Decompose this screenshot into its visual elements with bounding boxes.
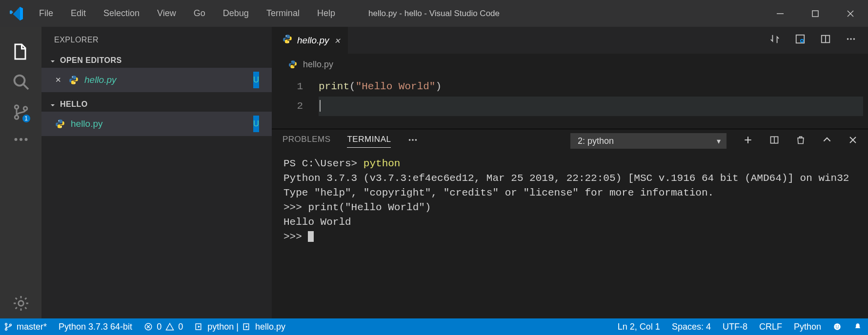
file-name: hello.py bbox=[71, 118, 253, 129]
svg-point-25 bbox=[853, 38, 855, 40]
terminal-prompt: PS C:\Users> bbox=[283, 158, 363, 169]
python-file-icon bbox=[288, 60, 298, 69]
terminal-selector[interactable]: 2: python bbox=[570, 133, 727, 149]
activity-explorer[interactable] bbox=[6, 37, 36, 67]
status-cursor-position[interactable]: Ln 2, Col 1 bbox=[612, 322, 666, 332]
maximize-panel-button[interactable] bbox=[822, 135, 832, 147]
svg-point-32 bbox=[5, 328, 7, 330]
menu-help[interactable]: Help bbox=[308, 6, 344, 20]
line-number: 2 bbox=[272, 97, 319, 116]
code-editor[interactable]: 1 print("Hello World") 2 bbox=[272, 75, 868, 129]
status-eol[interactable]: CRLF bbox=[753, 322, 788, 332]
open-editor-name: hello.py bbox=[84, 75, 253, 85]
terminal-line: Type "help", "copyright", "credits" or "… bbox=[283, 187, 714, 198]
open-preview-icon[interactable] bbox=[795, 34, 806, 47]
open-editor-item[interactable]: hello.py U bbox=[41, 68, 272, 92]
ellipsis-icon bbox=[12, 131, 30, 148]
status-notifications[interactable] bbox=[848, 322, 868, 331]
svg-point-10 bbox=[20, 138, 22, 141]
svg-point-14 bbox=[75, 82, 76, 83]
code-line: 1 print("Hello World") bbox=[272, 77, 868, 97]
close-panel-button[interactable] bbox=[848, 136, 857, 147]
terminal-line: >>> print("Hello World") bbox=[283, 202, 431, 213]
activity-search[interactable] bbox=[6, 67, 36, 97]
token-paren: ) bbox=[435, 81, 442, 92]
svg-point-37 bbox=[834, 323, 841, 330]
more-actions-icon[interactable] bbox=[846, 34, 856, 47]
python-file-icon bbox=[69, 75, 80, 85]
status-branch-label: master* bbox=[17, 322, 47, 332]
panel-more-icon[interactable] bbox=[407, 135, 418, 148]
svg-point-11 bbox=[24, 138, 27, 141]
code-line: 2 bbox=[272, 97, 868, 116]
menubar: File Edit Selection View Go Debug Termin… bbox=[30, 6, 344, 20]
python-file-icon bbox=[55, 119, 66, 129]
line-number: 1 bbox=[272, 77, 319, 97]
file-tree-item[interactable]: hello.py U bbox=[41, 112, 272, 136]
editor-actions bbox=[769, 27, 868, 54]
panel-tab-terminal[interactable]: TERMINAL bbox=[347, 135, 391, 148]
status-problems[interactable]: 0 0 bbox=[138, 322, 189, 332]
menu-view[interactable]: View bbox=[148, 6, 185, 20]
status-feedback[interactable] bbox=[827, 322, 848, 331]
status-encoding[interactable]: UTF-8 bbox=[717, 322, 753, 332]
titlebar: File Edit Selection View Go Debug Termin… bbox=[0, 0, 868, 27]
compare-changes-icon[interactable] bbox=[769, 34, 780, 47]
editor-tab[interactable]: hello.py bbox=[272, 27, 348, 54]
new-terminal-button[interactable] bbox=[743, 135, 753, 147]
python-file-icon bbox=[283, 34, 292, 46]
window-close-button[interactable] bbox=[833, 0, 868, 27]
status-git-branch[interactable]: master* bbox=[0, 322, 53, 332]
folder-label: HELLO bbox=[60, 100, 88, 109]
tab-close-button[interactable] bbox=[334, 35, 341, 46]
open-editors-header[interactable]: OPEN EDITORS bbox=[41, 53, 272, 68]
window-maximize-button[interactable] bbox=[798, 0, 833, 27]
svg-point-9 bbox=[14, 138, 17, 141]
menu-go[interactable]: Go bbox=[185, 6, 214, 20]
menu-edit[interactable]: Edit bbox=[62, 6, 95, 20]
status-language[interactable]: Python bbox=[788, 322, 827, 332]
close-icon[interactable] bbox=[55, 75, 64, 85]
split-editor-icon[interactable] bbox=[820, 34, 831, 47]
svg-point-13 bbox=[72, 77, 73, 78]
terminal-output[interactable]: PS C:\Users> python Python 3.7.3 (v3.7.3… bbox=[272, 153, 868, 318]
split-terminal-button[interactable] bbox=[769, 135, 779, 147]
token-function: print bbox=[319, 81, 349, 92]
status-run[interactable]: python | hello.py bbox=[189, 322, 291, 332]
kill-terminal-button[interactable] bbox=[796, 135, 806, 147]
terminal-selector-wrap: 2: python bbox=[570, 133, 727, 149]
svg-point-24 bbox=[850, 38, 852, 40]
status-warnings-count: 0 bbox=[178, 322, 183, 332]
activity-more[interactable] bbox=[6, 127, 36, 152]
menu-terminal[interactable]: Terminal bbox=[258, 6, 308, 20]
svg-point-38 bbox=[836, 326, 837, 327]
explorer-sidebar: EXPLORER OPEN EDITORS hello.py U bbox=[41, 27, 272, 318]
svg-point-31 bbox=[5, 323, 7, 325]
vscode-logo-icon bbox=[9, 6, 24, 21]
menu-selection[interactable]: Selection bbox=[95, 6, 148, 20]
panel-tab-problems[interactable]: PROBLEMS bbox=[283, 135, 330, 147]
statusbar: master* Python 3.7.3 64-bit 0 0 python |… bbox=[0, 318, 868, 335]
svg-point-16 bbox=[61, 126, 62, 127]
play-icon bbox=[195, 322, 203, 331]
folder-header[interactable]: HELLO bbox=[41, 97, 272, 112]
breadcrumb[interactable]: hello.py bbox=[272, 54, 868, 75]
menu-file[interactable]: File bbox=[30, 6, 62, 20]
svg-point-15 bbox=[59, 120, 60, 121]
activity-settings[interactable] bbox=[6, 288, 36, 318]
svg-point-7 bbox=[15, 116, 19, 119]
warning-icon bbox=[165, 322, 174, 331]
svg-point-17 bbox=[286, 36, 287, 37]
svg-point-26 bbox=[409, 139, 411, 141]
editor-tab-label: hello.py bbox=[297, 35, 329, 46]
svg-rect-1 bbox=[812, 11, 818, 17]
svg-line-5 bbox=[23, 84, 28, 90]
status-indentation[interactable]: Spaces: 4 bbox=[666, 322, 717, 332]
menu-debug[interactable]: Debug bbox=[214, 6, 258, 20]
window-minimize-button[interactable] bbox=[763, 0, 798, 27]
svg-point-8 bbox=[23, 107, 27, 111]
breadcrumb-file: hello.py bbox=[303, 59, 333, 70]
status-python-version[interactable]: Python 3.7.3 64-bit bbox=[53, 322, 138, 332]
activity-source-control[interactable]: 1 bbox=[6, 97, 36, 127]
scm-badge: 1 bbox=[21, 114, 31, 123]
